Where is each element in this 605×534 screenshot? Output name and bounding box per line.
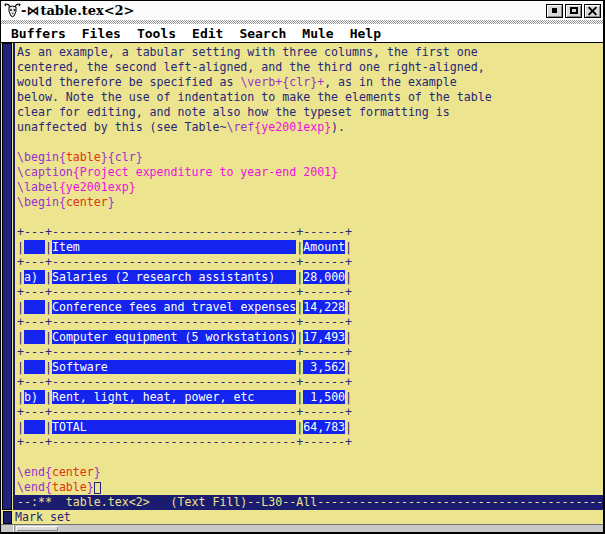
text-segment: {ye2001exp} — [254, 120, 331, 134]
table-cell-highlight — [24, 240, 45, 254]
text-segment: | — [17, 270, 24, 284]
table-cell-highlight: b) — [24, 390, 45, 404]
text-segment: | — [45, 420, 52, 434]
buffer-line: +---+-----------------------------------… — [17, 255, 599, 270]
table-cell-highlight: Software — [52, 360, 296, 374]
text-segment: {Project expenditure to year-end 2001} — [73, 165, 338, 179]
text-segment: | — [45, 240, 52, 254]
buffer-line: +---+-----------------------------------… — [17, 405, 599, 420]
menu-item-edit[interactable]: Edit — [192, 26, 223, 41]
close-icon — [588, 6, 597, 15]
maximize-icon — [570, 7, 578, 14]
text-segment: center — [52, 465, 94, 479]
table-cell-highlight: a) — [24, 270, 45, 284]
text-segment: | — [345, 390, 352, 404]
text-segment: | — [17, 390, 24, 404]
buffer-line: \begin{center} — [17, 195, 599, 210]
menu-item-tools[interactable]: Tools — [137, 26, 176, 41]
text-segment: | — [17, 420, 24, 434]
text-segment: }{clr} — [101, 150, 143, 164]
table-cell-highlight: 14,228 — [303, 300, 345, 314]
text-cursor — [94, 482, 101, 494]
table-cell-highlight: 3,562 — [303, 360, 345, 374]
buffer-line: |a) |Salaries (2 research assistants) |2… — [17, 270, 599, 285]
table-cell-highlight — [24, 330, 45, 344]
text-segment: clear for editing, and note also how the… — [17, 105, 450, 119]
text-segment: +---+-----------------------------------… — [17, 225, 352, 239]
buffer-line — [17, 135, 599, 150]
menu-item-buffers[interactable]: Buffers — [11, 26, 66, 41]
table-cell-highlight: 28,000 — [303, 270, 345, 284]
table-cell-highlight: 64,783 — [303, 420, 345, 434]
menu-item-files[interactable]: Files — [82, 26, 121, 41]
buffer-line: centered, the second left-aligned, and t… — [17, 60, 599, 75]
buffer-line: \end{table} — [17, 480, 599, 495]
table-cell-highlight: Salaries (2 research assistants) — [52, 270, 296, 284]
text-segment: | — [45, 330, 52, 344]
table-cell-highlight: Conference fees and travel expenses — [52, 300, 296, 314]
title-bar[interactable]: -⋈ table.tex<2> — [1, 1, 603, 20]
text-segment: +---+-----------------------------------… — [17, 405, 352, 419]
close-button[interactable] — [584, 4, 601, 18]
table-cell-highlight — [24, 420, 45, 434]
table-cell-highlight: 1,500 — [303, 390, 345, 404]
echo-message: Mark set — [15, 510, 71, 525]
text-segment: +---+-----------------------------------… — [17, 255, 352, 269]
text-buffer[interactable]: As an example, a tabular setting with th… — [17, 45, 599, 495]
buffer-line: +---+-----------------------------------… — [17, 345, 599, 360]
menu-bar: BuffersFilesToolsEditSearchMuleHelp — [1, 24, 603, 43]
buffer-line: | |Computer equipment (5 workstations)|1… — [17, 330, 599, 345]
buffer-line: \caption{Project expenditure to year-end… — [17, 165, 599, 180]
table-cell-highlight — [24, 300, 45, 314]
text-segment: \end{ — [17, 480, 52, 494]
horizontal-scrollbar-thumb[interactable] — [16, 526, 58, 531]
menu-item-search[interactable]: Search — [239, 26, 286, 41]
text-segment: | — [45, 270, 52, 284]
vertical-scrollbar-thumb[interactable] — [2, 43, 12, 510]
buffer-line: +---+-----------------------------------… — [17, 435, 599, 450]
text-segment: | — [345, 300, 352, 314]
text-segment: | — [45, 300, 52, 314]
text-segment: | — [345, 420, 352, 434]
gnu-emacs-icon — [4, 3, 21, 18]
table-cell-highlight: TOTAL — [52, 420, 296, 434]
text-segment: center — [66, 195, 108, 209]
buffer-line: +---+-----------------------------------… — [17, 285, 599, 300]
text-segment: +---+-----------------------------------… — [17, 285, 352, 299]
text-segment: \ref — [226, 120, 254, 134]
text-segment: } — [94, 465, 101, 479]
horizontal-scrollbar[interactable] — [1, 524, 603, 532]
text-segment: +---+-----------------------------------… — [17, 345, 352, 359]
buffer-line: below. Note the use of indentation to ma… — [17, 90, 599, 105]
text-segment: As an example, a tabular setting with th… — [17, 45, 478, 59]
menu-item-help[interactable]: Help — [350, 26, 381, 41]
text-segment: \verb+{clr}+ — [240, 75, 324, 89]
text-segment: table — [52, 480, 87, 494]
scrollbar-divider — [13, 43, 15, 510]
maximize-button[interactable] — [565, 4, 582, 18]
text-segment: below. Note the use of indentation to ma… — [17, 90, 492, 104]
text-segment: \label — [17, 180, 59, 194]
text-segment: +---+-----------------------------------… — [17, 315, 352, 329]
menu-item-mule[interactable]: Mule — [302, 26, 333, 41]
text-segment: , as in the example — [324, 75, 457, 89]
buffer-line — [17, 450, 599, 465]
buffer-line: \begin{table}{clr} — [17, 150, 599, 165]
text-segment: \caption — [17, 165, 73, 179]
buffer-line: |b) |Rent, light, heat, power, etc | 1,5… — [17, 390, 599, 405]
text-segment: | — [17, 300, 24, 314]
minibuffer-scrollbar-block — [3, 511, 12, 524]
table-cell-highlight — [24, 360, 45, 374]
text-segment: \end{ — [17, 465, 52, 479]
text-segment: | — [345, 270, 352, 284]
text-segment: | — [17, 330, 24, 344]
buffer-line: \label{ye2001exp} — [17, 180, 599, 195]
buffer-line: +---+-----------------------------------… — [17, 225, 599, 240]
text-segment: | — [17, 360, 24, 374]
minimize-button[interactable] — [546, 4, 563, 18]
text-segment: } — [108, 195, 115, 209]
text-segment: would therefore be specified as — [17, 75, 240, 89]
table-cell-highlight: Rent, light, heat, power, etc — [52, 390, 296, 404]
text-segment: ). — [331, 120, 345, 134]
buffer-area: As an example, a tabular setting with th… — [1, 43, 603, 526]
